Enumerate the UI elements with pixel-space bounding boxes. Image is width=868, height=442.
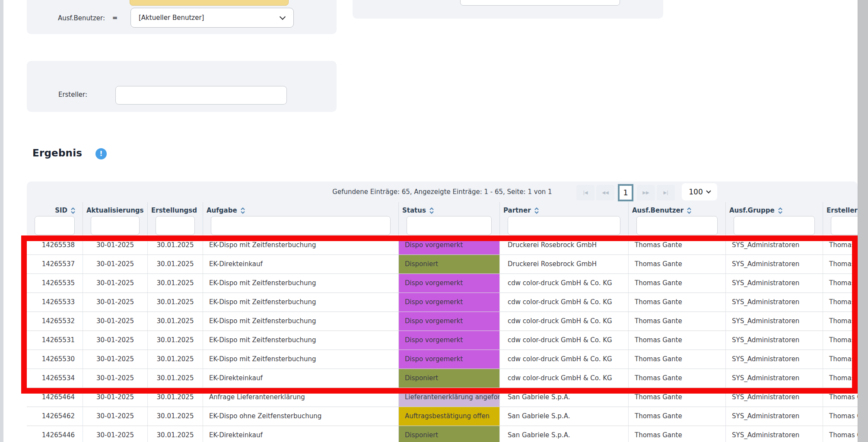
cell-task: EK-Dispo ohne Zeitfensterbuchung bbox=[203, 407, 399, 426]
column-header-sid[interactable]: SID bbox=[27, 205, 83, 216]
cell-user: Thomas Gante bbox=[629, 236, 726, 255]
filter-input-user[interactable] bbox=[636, 216, 718, 235]
cell-sid: 14265533 bbox=[27, 293, 83, 312]
cell-group: SYS_Administratoren bbox=[726, 274, 823, 293]
cell-partner: cdw color-druck GmbH & Co. KG bbox=[500, 274, 629, 293]
column-header-creator: Ersteller bbox=[823, 205, 858, 216]
cell-creator: Thomas Gante bbox=[823, 236, 858, 255]
cell-created: 30.01.2025 bbox=[148, 274, 203, 293]
column-partner: Partner bbox=[500, 202, 629, 236]
cell-created: 30.01.2025 bbox=[148, 331, 203, 350]
filter-input-created[interactable] bbox=[156, 216, 195, 235]
column-header-user[interactable]: Ausf.Benutzer bbox=[629, 205, 725, 216]
cell-creator: Thomas Gante bbox=[823, 407, 858, 426]
column-header-status[interactable]: Status bbox=[399, 205, 499, 216]
cell-user: Thomas Gante bbox=[629, 274, 726, 293]
cell-sid: 14265464 bbox=[27, 388, 83, 407]
cell-sid: 14265446 bbox=[27, 426, 83, 442]
filter-input-sid[interactable] bbox=[35, 216, 75, 235]
cell-task: EK-Dispo mit Zeitfensterbuchung bbox=[203, 312, 399, 331]
cell-sid: 14265462 bbox=[27, 407, 83, 426]
cell-created: 30.01.2025 bbox=[148, 407, 203, 426]
cell-created: 30.01.2025 bbox=[148, 426, 203, 442]
cell-sid: 14265534 bbox=[27, 369, 83, 388]
cell-user: Thomas Gante bbox=[629, 350, 726, 369]
cell-creator: Thomas Gante bbox=[823, 426, 858, 442]
vertical-scrollbar[interactable] bbox=[858, 0, 868, 442]
right-panel-field[interactable] bbox=[460, 0, 620, 6]
column-sid: SID bbox=[27, 202, 83, 236]
cell-creator: Thomas Gante bbox=[823, 274, 858, 293]
column-user: Ausf.Benutzer bbox=[629, 202, 726, 236]
operator-label: = bbox=[111, 14, 118, 22]
cell-group: SYS_Administratoren bbox=[726, 293, 823, 312]
highlighted-date-field[interactable] bbox=[130, 0, 289, 6]
cell-task: EK-Dispo mit Zeitfensterbuchung bbox=[203, 350, 399, 369]
cell-sid: 14265531 bbox=[27, 331, 83, 350]
cell-updated: 30-01-2025 bbox=[83, 407, 148, 426]
cell-task: EK-Direkteinkauf bbox=[203, 255, 399, 274]
cell-group: SYS_Administratoren bbox=[726, 369, 823, 388]
cell-creator: Thomas Gante bbox=[823, 331, 858, 350]
window-left-strip bbox=[0, 0, 3, 442]
cell-updated: 30-01-2025 bbox=[83, 255, 148, 274]
status-badge: Auftragsbestätigung offen bbox=[399, 407, 500, 426]
column-header-task[interactable]: Aufgabe bbox=[203, 205, 398, 216]
page-size-select[interactable]: 100 bbox=[682, 183, 717, 200]
filter-input-status[interactable] bbox=[407, 216, 492, 235]
ersteller-input[interactable] bbox=[115, 86, 287, 105]
column-header-updated: Aktualisierungs bbox=[83, 205, 147, 216]
status-badge: Dispo vorgemerkt bbox=[399, 293, 500, 312]
filter-input-updated[interactable] bbox=[91, 216, 140, 235]
status-badge: Dispo vorgemerkt bbox=[399, 312, 500, 331]
pager-prev-button[interactable]: ◀◀ bbox=[596, 185, 614, 200]
info-icon[interactable]: ! bbox=[95, 148, 107, 159]
cell-partner: cdw color-druck GmbH & Co. KG bbox=[500, 312, 629, 331]
status-badge: Disponiert bbox=[399, 255, 500, 274]
column-header-created: Erstellungsd bbox=[148, 205, 203, 216]
cell-sid: 14265538 bbox=[27, 236, 83, 255]
page-size-value: 100 bbox=[689, 188, 703, 196]
cell-created: 30.01.2025 bbox=[148, 350, 203, 369]
cell-group: SYS_Administratoren bbox=[726, 331, 823, 350]
cell-user: Thomas Gante bbox=[629, 388, 726, 407]
ausf-benutzer-select[interactable]: [Aktueller Benutzer] bbox=[130, 8, 294, 28]
ausf-benutzer-label: Ausf.Benutzer: bbox=[35, 14, 105, 22]
filter-input-partner[interactable] bbox=[508, 216, 620, 235]
cell-creator: Thomas Gante bbox=[823, 293, 858, 312]
filter-input-task[interactable] bbox=[211, 216, 391, 235]
cell-task: EK-Dispo mit Zeitfensterbuchung bbox=[203, 331, 399, 350]
cell-group: SYS_Administratoren bbox=[726, 407, 823, 426]
cell-updated: 30-01-2025 bbox=[83, 388, 148, 407]
cell-sid: 14265537 bbox=[27, 255, 83, 274]
pager-first-button[interactable]: |◀ bbox=[576, 185, 595, 200]
cell-creator: Thomas Gante bbox=[823, 312, 858, 331]
cell-group: SYS_Administratoren bbox=[726, 426, 823, 442]
cell-creator: Thomas Gante bbox=[823, 369, 858, 388]
column-header-group[interactable]: Ausf.Gruppe bbox=[726, 205, 823, 216]
cell-creator: Thomas Gante bbox=[823, 350, 858, 369]
column-task: Aufgabe bbox=[203, 202, 399, 236]
cell-task: EK-Direkteinkauf bbox=[203, 369, 399, 388]
cell-created: 30.01.2025 bbox=[148, 293, 203, 312]
cell-task: EK-Dispo mit Zeitfensterbuchung bbox=[203, 236, 399, 255]
cell-partner: Druckerei Rosebrock GmbH bbox=[500, 236, 629, 255]
status-badge: Disponiert bbox=[399, 369, 500, 388]
cell-creator: Thomas Gante bbox=[823, 255, 858, 274]
pager-next-button[interactable]: ▶▶ bbox=[637, 185, 655, 200]
pager-last-button[interactable]: ▶| bbox=[657, 185, 675, 200]
filter-panel-right bbox=[353, 0, 663, 19]
pagination-bar: Gefundene Einträge: 65, Angezeigte Eintr… bbox=[27, 181, 858, 202]
cell-user: Thomas Gante bbox=[629, 293, 726, 312]
column-header-partner[interactable]: Partner bbox=[500, 205, 628, 216]
pager-current-page[interactable]: 1 bbox=[618, 184, 633, 201]
cell-user: Thomas Gante bbox=[629, 331, 726, 350]
cell-created: 30.01.2025 bbox=[148, 255, 203, 274]
filter-input-group[interactable] bbox=[734, 216, 815, 235]
cell-user: Thomas Gante bbox=[629, 426, 726, 442]
cell-user: Thomas Gante bbox=[629, 369, 726, 388]
cell-task: EK-Direkteinkauf bbox=[203, 426, 399, 442]
filter-panel-user: Ausf.Benutzer: = [Aktueller Benutzer] bbox=[27, 0, 337, 34]
status-badge: Lieferantenerklärung angefordert bbox=[399, 388, 500, 407]
filter-input-creator[interactable] bbox=[831, 216, 858, 235]
